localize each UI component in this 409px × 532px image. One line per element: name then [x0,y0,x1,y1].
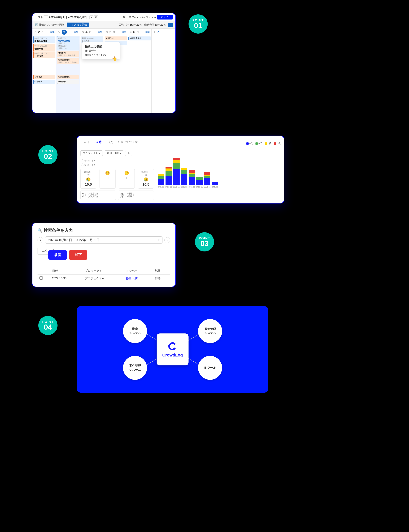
prev-month-btn[interactable]: ‹ [44,15,48,19]
cal-event[interactable]: 帳票出力機能 [129,37,151,40]
date-range-select[interactable]: 2022年10月01日 – 2022年10月30日 ▾ [45,237,162,244]
project-sub-row: 項目（2階層目） 項目（2階層目） 項目（3階層目） 項目（3階層目） [80,190,154,200]
point2-badge-container: POINT 02 [32,135,64,164]
bar-segment-d [173,158,180,160]
tab-ji[interactable]: 人時 [93,139,105,145]
date-next-button[interactable]: › [164,237,170,243]
project-item-2: 項目（3階層目） 項目（3階層目） [118,190,154,200]
integration-card: 勤怠 システム 原価管理 システム CrowdLog [77,306,268,393]
bar-group-7: 2021-11 [204,172,210,188]
cal-event[interactable]: 0時間 0時00分 仕様作成 [33,44,56,51]
chart-left: プロジェクト ▸ プロジェクト ▸ 勤怠不一致 😢 10.5 😊 0 [80,159,154,200]
search-icon: 🔍 [37,228,42,233]
bar-segment-a [212,182,218,185]
date-label: 火 [58,30,60,34]
point4-badge: POINT 04 [38,316,57,335]
extra-filter[interactable]: ◎ [125,151,132,156]
row-checkbox[interactable] [39,276,43,280]
bar-segment-c [166,169,172,171]
edit-btn[interactable]: 編集 [121,31,126,34]
bar-stack [158,174,164,185]
work-planned-stat: 工数内計 16 時 30 分 [119,23,142,27]
stats-row: 勤怠不一致 😢 10.5 😊 0 😐 1 [80,169,154,189]
col-checkbox [37,267,50,275]
bar-group-5: 2021-11 [189,171,195,188]
list-button[interactable]: リスト [35,15,43,19]
cal-event[interactable]: 仕様作成 仕様作成 ＞ 動的作成 [57,51,79,57]
approve-button[interactable]: 承認 [48,250,67,260]
cal-event[interactable]: 帳票出力機能 [57,75,79,79]
project-filter[interactable]: プロジェクト ▾ [80,151,103,156]
bar-segment-b [173,163,180,169]
external-calendar-btn[interactable]: 🔄 外部カレンダーと同期 [35,23,64,27]
design-tag: IIデザイン [157,15,173,19]
expand-btn[interactable]: ⊞ [94,15,98,19]
calendar-tooltip: 帳票出力機能 仕様設計 1時間 10:00-11:45 👆 [82,42,120,59]
cost-system-node: 原価管理 システム [198,319,222,343]
edit-btn[interactable]: 編集 [98,31,102,34]
cal-event[interactable]: 帳票出力機能 仕様作成 [81,37,103,43]
bar-group-6: 2021-11 [196,177,203,188]
edit-btn[interactable]: 編集 [50,31,55,34]
date-cell-7: 土 7 [152,28,175,36]
date-row: ‹ 2022年10月01日 – 2022年10月30日 ▾ › [37,237,170,244]
date-label: 土 [153,30,156,34]
bar-segment-c [189,173,195,174]
bar-segment-a [204,178,210,185]
cal-col-2b: 仕様作成 仕様作成 [32,74,56,113]
attendance-stat: 勤務合計 8 時 30 分 [144,23,166,27]
point2-badge: POINT 02 [38,145,57,164]
cal-event[interactable]: 0時間 0時00分 仕様作成 [33,51,56,58]
crowdlog-icon [168,342,177,351]
date-cell-6: 金 6 月 編集 [128,28,152,36]
register-btn[interactable]: + まとめて登録 [67,23,89,27]
bar-segment-a [158,179,164,185]
item-filter[interactable]: 項目（1層 ▾ [105,151,123,156]
col-dept: 部署 [153,267,170,275]
date-label: 月 [34,30,37,34]
row-project: プロジェクトA [83,275,124,282]
tab-fun[interactable]: 人分 [105,139,117,145]
next-month-btn[interactable]: › [90,15,93,19]
edit-btn[interactable]: 編集 [74,31,78,34]
cal-event[interactable]: 仕様書作 [57,80,79,84]
refresh-icon: 🔄 [35,23,38,26]
cal-col-5b [104,74,128,113]
date-prev-button[interactable]: ‹ [37,237,43,243]
chevron-down-icon: ▾ [99,152,100,155]
row-dept: 部署 [153,275,170,282]
cal-event[interactable]: 帳票出力機能 仕様設計中 ＞ 仕様書作 [57,58,79,64]
date-number: 7 [157,30,159,34]
chart-tabs: 人日 人時 人分 (上段:予算 / 下段:実 [80,139,138,145]
calendar-section: リスト ‹ 2022年6月1日 – 2022年6月7日 › ⊞ 松下里 Mats… [32,13,176,113]
member-link[interactable]: 松島 太郎 [126,277,138,280]
bar-segment-a [196,180,203,185]
date-number: 2 [38,30,40,34]
cal-event[interactable]: 仕様作成 [33,75,56,79]
chart-legend: A氏 B氏 C氏 D氏 [246,142,281,145]
cal-col-6b [128,74,152,113]
cal-event[interactable]: 09時00分〜 帳票出力機能 仕様作成 15時00分〜 仕様設計中 [57,37,79,50]
cal-event[interactable]: 仕様作成 [105,37,127,40]
cal-col-4b [80,74,104,113]
legend-dot-b [255,142,258,145]
col-member: メンバー [124,267,153,275]
bi-tool-node: BIツール [198,356,222,380]
calendar-body: 0時間 0時00分 帳票出力機能 0時間 0時00分 仕様作成 0時間 0時00… [32,36,175,74]
edit-btn[interactable]: 編集 [145,31,150,34]
cal-event[interactable]: 仕様作成 [33,80,56,84]
tab-nichi[interactable]: 人日 [80,139,93,145]
bar-segment-d [204,172,210,175]
date-cell-4: 水 4 月 編集 [80,28,104,36]
crowdlog-center-node: CrowdLog [157,333,188,365]
bar-group-8: 2021-11 [212,182,218,188]
chart-note: (上段:予算 / 下段:実 [118,141,138,144]
point1-badge-container: POINT 01 [188,13,377,34]
project-label: プロジェクト ▸ [80,163,154,166]
case-system-node: 案件管理 システム [123,356,147,380]
cal-event[interactable]: 0時間 0時00分 帳票出力機能 [33,37,56,43]
row-checkbox-cell[interactable] [37,275,50,282]
chart-area: プロジェクト ▸ プロジェクト ▸ 勤怠不一致 😢 10.5 😊 0 [80,159,281,200]
bar-stack [204,172,210,185]
reject-button[interactable]: 却下 [69,250,87,260]
